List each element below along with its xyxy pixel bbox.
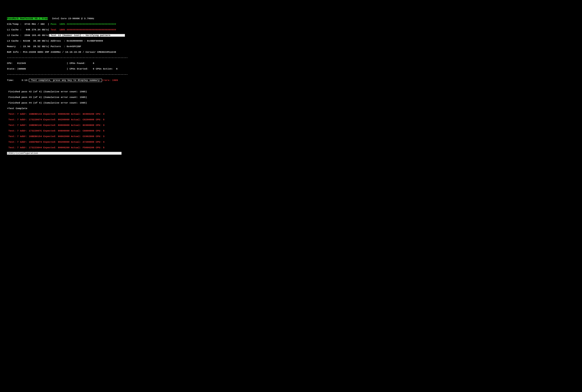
mem-value: 15.9G 20.52 GB/s [21, 45, 48, 48]
mem-label: Memory : [7, 45, 21, 48]
test-status: Test 13 [Hammer test] - Verifying patter… [49, 34, 125, 37]
cpu-row: CPU: 012345 [7, 62, 26, 65]
pass-bar: ################################## [65, 23, 116, 26]
error-line: Test: 7 Addr: 16BEB0154 Expected: 000020… [7, 135, 575, 138]
errors-label: rrors: [102, 79, 111, 82]
error-line: Test: 7 Addr: 173220074 Expected: 002000… [7, 118, 575, 121]
pass-line-4: Finished pass #4 (of 4) (Cumulative erro… [7, 102, 575, 104]
l3-label: L3 Cache : [7, 40, 21, 42]
footer-hint[interactable]: (ESC)/(c)onfiguration [7, 152, 121, 155]
pass-label: Pass [51, 23, 56, 26]
l3-value: 9216K 35.69 GB/s [21, 40, 48, 42]
cpus-started-label: | CPUs Started: [67, 68, 88, 70]
clk-temp-label: Clk/Temp : [7, 23, 21, 26]
cpus-found-value: 6 [85, 62, 94, 65]
l1-label: L1 Cache : [7, 28, 21, 31]
test-complete-marker: >Test Complete [7, 107, 575, 110]
prompt-box[interactable]: Test complete, press any key to display … [29, 79, 102, 82]
time-value: 3:13: [14, 79, 29, 82]
l1-value: 64K 270.34 GB/s [21, 28, 48, 31]
title-bar: PassMark MemTest86 V8.1 Free [7, 17, 48, 20]
error-line: Test: 7 Addr: 17322007C Expected: 008000… [7, 130, 575, 132]
clk-temp-value: 3743 MHz / 38C [21, 23, 45, 26]
error-line: Test: 7 Addr: 16EEFB874 Expected: 002000… [7, 141, 575, 144]
cpus-active-label: CPUs Active: [94, 68, 113, 70]
cpus-started-value: 6 [88, 68, 94, 70]
cpus-found-label: | CPUs Found: [67, 62, 86, 65]
pattern-line: Pattern : 0x445FC2BF [49, 45, 81, 48]
divider-2: ----------------------------------------… [7, 73, 575, 76]
cpus-active-value: 6 [113, 68, 118, 70]
errors-value: 1985 [111, 79, 118, 82]
cpu-name [48, 17, 52, 20]
pass-line-3: Finished pass #3 (of 4) (Cumulative erro… [7, 96, 575, 99]
error-line: Test: 7 Addr: 16BEB0144 Expected: 000002… [7, 113, 575, 116]
ram-label: RAM Info : [7, 51, 21, 54]
test-bar: ################################## [65, 28, 116, 31]
divider: ----------------------------------------… [7, 56, 575, 59]
memtest-screen: PassMark MemTest86 V8.1 Free Intel Core … [0, 0, 582, 162]
test-label: Test [51, 28, 56, 31]
time-label: Time: [7, 79, 14, 82]
error-line: Test: 7 Addr: 173223844 Expected: 000002… [7, 146, 575, 149]
pass-line-2: Finished pass #2 (of 4) (Cumulative erro… [7, 90, 575, 93]
address-line: Address : 0x4A0000000 - 0x4BDF00000 [49, 40, 103, 42]
l2-value: 256K 103.49 GB/s [21, 34, 48, 37]
ram-value: PC4-19200 DDR4 XMP 2400MHz / 16-16-16-39… [21, 51, 116, 54]
pass-pct: 100% [56, 23, 65, 26]
error-line: Test: 7 Addr: 16BEB014C Expected: 000008… [7, 124, 575, 127]
l2-label: L2 Cache : [7, 34, 21, 37]
cpu-name-text: Intel Core i5-9600K @ 3.70GHz [52, 17, 94, 20]
state-row: State: |WWWWW [7, 68, 26, 70]
test-pct: 100% [56, 28, 65, 31]
